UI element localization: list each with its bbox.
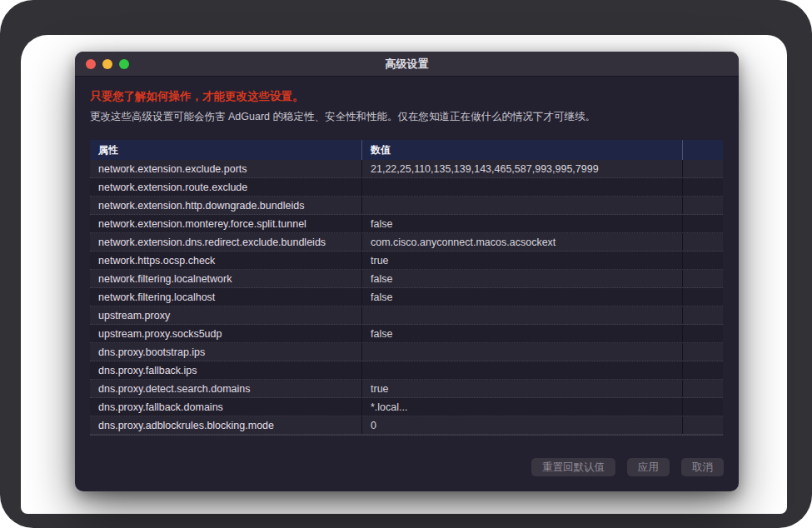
reset-defaults-button[interactable]: 重置回默认值 (531, 458, 615, 476)
table-row[interactable]: network.filtering.localhost false (90, 288, 723, 306)
property-cell: dns.proxy.detect.search.domains (90, 380, 362, 397)
dialog-titlebar[interactable]: 高级设置 (75, 52, 739, 77)
column-header-extra[interactable] (683, 140, 723, 160)
table-row[interactable]: network.extension.dns.redirect.exclude.b… (90, 233, 723, 252)
extra-cell (683, 398, 723, 416)
value-cell (362, 343, 683, 361)
extra-cell (683, 343, 723, 361)
property-cell: network.extension.exclude.ports (90, 160, 362, 177)
property-cell: upstream.proxy.socks5udp (90, 325, 362, 342)
table-row[interactable]: network.extension.monterey.force.split.t… (90, 215, 723, 233)
table-row[interactable]: network.extension.exclude.ports 21,22,25… (90, 160, 723, 178)
property-cell: dns.proxy.fallback.ips (90, 361, 362, 379)
value-cell: com.cisco.anyconnect.macos.acsockext (362, 233, 683, 251)
table-row[interactable]: network.extension.http.downgrade.bundlei… (90, 197, 723, 215)
table-row[interactable]: dns.proxy.adblockrules.blocking.mode 0 (90, 416, 723, 435)
column-header-property[interactable]: 属性 (90, 140, 362, 160)
value-cell: 21,22,25,110,135,139,143,465,587,993,995… (362, 160, 683, 177)
table-row[interactable]: dns.proxy.detect.search.domains true (90, 380, 723, 398)
property-cell: network.https.ocsp.check (90, 252, 362, 269)
value-cell: false (362, 270, 683, 287)
value-cell: false (362, 215, 683, 232)
table-body: network.extension.exclude.ports 21,22,25… (90, 160, 723, 435)
property-cell: network.filtering.localnetwork (90, 270, 362, 287)
close-button[interactable] (86, 59, 96, 69)
extra-cell (683, 252, 723, 269)
property-cell: network.extension.http.downgrade.bundlei… (90, 197, 362, 214)
value-cell (362, 306, 683, 324)
extra-cell (683, 306, 723, 324)
warning-text: 只要您了解如何操作，才能更改这些设置。 (90, 89, 724, 104)
value-cell (362, 197, 683, 214)
table-header-row: 属性 数值 (90, 140, 723, 160)
apply-button[interactable]: 应用 (627, 458, 670, 476)
value-cell: true (362, 380, 683, 397)
outer-frame: 高级设置 只要您了解如何操作，才能更改这些设置。 更改这些高级设置可能会伤害 A… (0, 0, 812, 528)
table-row[interactable]: network.https.ocsp.check true (90, 252, 723, 270)
extra-cell (683, 416, 723, 434)
dialog-footer: 重置回默认值 应用 取消 (531, 458, 724, 476)
value-cell: 0 (362, 416, 683, 434)
zoom-button[interactable] (119, 59, 129, 69)
extra-cell (683, 215, 723, 232)
extra-cell (683, 160, 723, 177)
extra-cell (683, 197, 723, 214)
value-cell: false (362, 325, 683, 342)
desktop-background: 高级设置 只要您了解如何操作，才能更改这些设置。 更改这些高级设置可能会伤害 A… (21, 35, 787, 514)
description-text: 更改这些高级设置可能会伤害 AdGuard 的稳定性、安全性和性能。仅在您知道正… (90, 110, 724, 124)
property-cell: dns.proxy.bootstrap.ips (90, 343, 362, 361)
settings-table: 属性 数值 network.extension.exclude.ports 21… (90, 140, 723, 436)
value-cell: *.local... (362, 398, 683, 416)
extra-cell (683, 233, 723, 251)
property-cell: network.extension.monterey.force.split.t… (90, 215, 362, 232)
value-cell (362, 361, 683, 379)
value-cell: true (362, 252, 683, 269)
property-cell: upstream.proxy (90, 306, 362, 324)
extra-cell (683, 380, 723, 397)
extra-cell (683, 178, 723, 196)
property-cell: network.filtering.localhost (90, 288, 362, 306)
dialog-title: 高级设置 (75, 57, 739, 72)
extra-cell (683, 325, 723, 342)
traffic-lights (75, 59, 129, 69)
table-row[interactable]: network.extension.route.exclude (90, 178, 723, 197)
advanced-settings-dialog: 高级设置 只要您了解如何操作，才能更改这些设置。 更改这些高级设置可能会伤害 A… (75, 52, 739, 491)
property-cell: network.extension.dns.redirect.exclude.b… (90, 233, 362, 251)
property-cell: dns.proxy.fallback.domains (90, 398, 362, 416)
extra-cell (683, 288, 723, 306)
table-row[interactable]: upstream.proxy (90, 306, 723, 325)
minimize-button[interactable] (102, 59, 112, 69)
table-row[interactable]: upstream.proxy.socks5udp false (90, 325, 723, 343)
extra-cell (683, 270, 723, 287)
property-cell: network.extension.route.exclude (90, 178, 362, 196)
column-header-value[interactable]: 数值 (362, 140, 683, 160)
cancel-button[interactable]: 取消 (681, 458, 724, 476)
table-row[interactable]: dns.proxy.bootstrap.ips (90, 343, 723, 361)
dialog-content: 只要您了解如何操作，才能更改这些设置。 更改这些高级设置可能会伤害 AdGuar… (75, 89, 739, 436)
table-row[interactable]: dns.proxy.fallback.domains *.local... (90, 398, 723, 416)
value-cell: false (362, 288, 683, 306)
table-row[interactable]: network.filtering.localnetwork false (90, 270, 723, 288)
table-row[interactable]: dns.proxy.fallback.ips (90, 361, 723, 380)
property-cell: dns.proxy.adblockrules.blocking.mode (90, 416, 362, 434)
value-cell (362, 178, 683, 196)
extra-cell (683, 361, 723, 379)
